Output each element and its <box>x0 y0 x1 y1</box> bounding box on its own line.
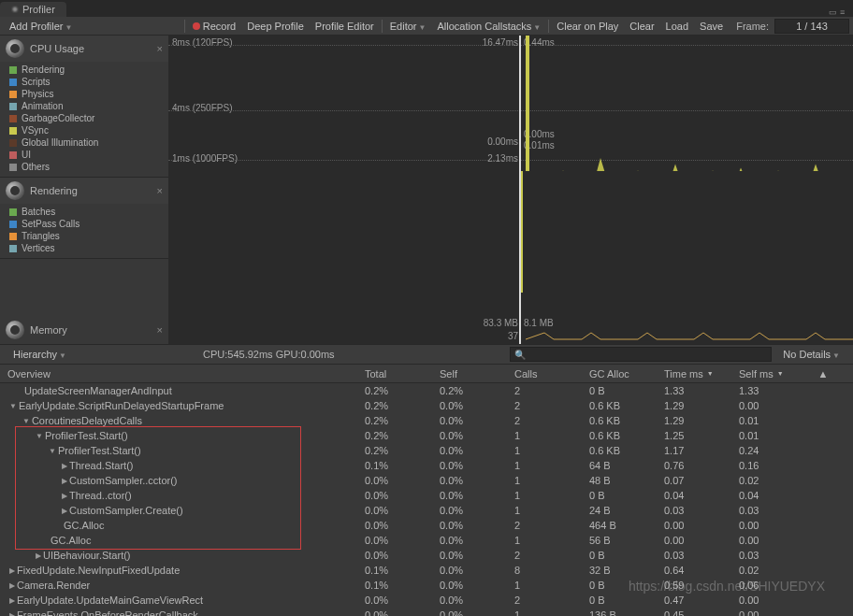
expand-icon[interactable]: ▶ <box>9 596 15 605</box>
tree-row[interactable]: ▼ CoroutinesDelayedCalls 0.2% 0.0% 2 0.6… <box>0 413 853 428</box>
row-time: 0.07 <box>664 475 739 486</box>
frame-input[interactable]: 1 / 143 <box>774 19 849 34</box>
legend-item[interactable]: Batches <box>9 206 165 218</box>
tree-body[interactable]: https://blog.csdn.net/SHIYUEDYX UpdateSc… <box>0 383 853 616</box>
expand-icon[interactable]: ▶ <box>62 507 67 515</box>
close-icon[interactable]: × <box>157 324 163 336</box>
tree-row[interactable]: GC.Alloc 0.0% 0.0% 1 56 B 0.00 0.00 <box>0 533 853 548</box>
legend-item[interactable]: Vertices <box>9 242 165 254</box>
tree-row[interactable]: ▶ FixedUpdate.NewInputFixedUpdate 0.1% 0… <box>0 563 853 578</box>
legend-item[interactable]: Others <box>9 161 165 173</box>
col-gc[interactable]: GC Alloc <box>589 368 664 380</box>
legend-item[interactable]: Rendering <box>9 64 165 76</box>
expand-icon[interactable]: ▶ <box>9 611 15 617</box>
hierarchy-dropdown[interactable]: Hierarchy▼ <box>7 347 72 362</box>
save-button[interactable]: Save <box>694 19 729 34</box>
record-button[interactable]: Record <box>187 19 241 34</box>
legend-item[interactable]: Animation <box>9 100 165 112</box>
window-menu-icon[interactable]: ≡ <box>840 7 849 17</box>
load-button[interactable]: Load <box>660 19 694 34</box>
row-selfms: 0.01 <box>739 415 814 426</box>
cpu-module-header[interactable]: CPU Usage × <box>0 36 168 62</box>
t3-label: 0.00ms <box>487 136 518 147</box>
col-calls[interactable]: Calls <box>514 368 589 380</box>
col-overview[interactable]: Overview <box>0 368 365 380</box>
legend-item[interactable]: VSync <box>9 124 165 136</box>
legend-item[interactable]: Scripts <box>9 76 165 88</box>
tree-row[interactable]: ▶ UIBehaviour.Start() 0.0% 0.0% 2 0 B 0.… <box>0 548 853 563</box>
no-details-dropdown[interactable]: No Details▼ <box>777 347 846 362</box>
expand-icon[interactable]: ▼ <box>49 447 56 455</box>
row-gc: 32 B <box>589 565 664 576</box>
row-selfms: 0.02 <box>739 475 814 486</box>
legend-item[interactable]: SetPass Calls <box>9 218 165 230</box>
cpu-title: CPU Usage <box>30 43 84 54</box>
row-selfms: 0.16 <box>739 460 814 471</box>
cpu-graph[interactable]: 8ms (120FPS) 4ms (250FPS) 1ms (1000FPS) … <box>168 36 853 316</box>
col-selfms[interactable]: Self ms▼ <box>739 368 814 380</box>
row-total: 0.2% <box>365 385 440 396</box>
clear-button[interactable]: Clear <box>624 19 659 34</box>
row-self: 0.0% <box>440 550 514 561</box>
expand-icon[interactable]: ▶ <box>9 581 15 590</box>
expand-icon[interactable]: ▼ <box>9 402 17 410</box>
row-total: 0.0% <box>365 609 440 616</box>
col-total[interactable]: Total <box>365 368 440 380</box>
allocation-callstacks-dropdown[interactable]: Allocation Callstacks▼ <box>431 19 546 34</box>
tree-row[interactable]: ▼ EarlyUpdate.ScriptRunDelayedStartupFra… <box>0 398 853 413</box>
profile-editor-button[interactable]: Profile Editor <box>310 19 380 34</box>
row-calls: 2 <box>514 385 589 396</box>
tree-row[interactable]: ▶ EarlyUpdate.UpdateMainGameViewRect 0.0… <box>0 593 853 608</box>
col-scroll-up[interactable]: ▲ <box>814 368 832 380</box>
tree-row[interactable]: ▶ CustomSampler..cctor() 0.0% 0.0% 1 48 … <box>0 473 853 488</box>
row-time: 0.03 <box>664 550 739 561</box>
close-icon[interactable]: × <box>157 43 163 54</box>
row-self: 0.2% <box>440 385 514 396</box>
row-total: 0.0% <box>365 490 440 501</box>
row-selfms: 0.00 <box>739 595 814 606</box>
legend-item[interactable]: Global Illumination <box>9 136 165 149</box>
tree-row[interactable]: ▶ Thread..ctor() 0.0% 0.0% 1 0 B 0.04 0.… <box>0 488 853 503</box>
legend-item[interactable]: GarbageCollector <box>9 112 165 124</box>
deep-profile-button[interactable]: Deep Profile <box>241 19 310 34</box>
row-gc: 0.6 KB <box>589 430 664 441</box>
col-time[interactable]: Time ms▼ <box>664 368 739 380</box>
legend-item[interactable]: UI <box>9 149 165 161</box>
dropdown-arrow-icon: ▼ <box>65 23 72 32</box>
row-gc: 464 B <box>589 520 664 531</box>
row-gc: 0 B <box>589 580 664 591</box>
expand-icon[interactable]: ▶ <box>62 462 67 470</box>
memory-graph[interactable]: 83.3 MB 37 8.1 MB <box>168 316 853 344</box>
tree-row[interactable]: GC.Alloc 0.0% 0.0% 2 464 B 0.00 0.00 <box>0 518 853 533</box>
row-name: GC.Alloc <box>51 535 91 546</box>
tree-row[interactable]: ▶ CustomSampler.Create() 0.0% 0.0% 1 24 … <box>0 503 853 518</box>
expand-icon[interactable]: ▶ <box>9 566 15 575</box>
expand-icon[interactable]: ▼ <box>22 417 30 425</box>
legend-item[interactable]: Physics <box>9 88 165 100</box>
add-profiler-button[interactable]: Add Profiler▼ <box>4 19 78 34</box>
window-minimize-icon[interactable]: ▭ <box>829 7 838 17</box>
record-dot-icon <box>193 22 200 30</box>
tree-row[interactable]: UpdateScreenManagerAndInput 0.2% 0.2% 2 … <box>0 383 853 398</box>
editor-dropdown[interactable]: Editor▼ <box>384 19 432 34</box>
row-time: 0.45 <box>664 609 739 616</box>
tree-row[interactable]: ▼ ProfilerTest.Start() 0.2% 0.0% 1 0.6 K… <box>0 428 853 443</box>
tree-row[interactable]: ▶ Thread.Start() 0.1% 0.0% 1 64 B 0.76 0… <box>0 458 853 473</box>
col-self[interactable]: Self <box>440 368 514 380</box>
expand-icon[interactable]: ▶ <box>36 552 41 560</box>
row-selfms: 0.03 <box>739 550 814 561</box>
expand-icon[interactable]: ▼ <box>36 432 43 440</box>
row-selfms: 0.00 <box>739 400 814 411</box>
row-name: UpdateScreenManagerAndInput <box>24 385 172 396</box>
tree-row[interactable]: ▶ FrameEvents.OnBeforeRenderCallback 0.0… <box>0 608 853 616</box>
close-icon[interactable]: × <box>157 185 163 196</box>
expand-icon[interactable]: ▶ <box>62 477 67 485</box>
search-input[interactable]: 🔍 <box>510 347 772 362</box>
clear-on-play-button[interactable]: Clear on Play <box>551 19 624 34</box>
rendering-module-header[interactable]: Rendering × <box>0 178 168 204</box>
tree-row[interactable]: ▼ ProfilerTest.Start() 0.2% 0.0% 1 0.6 K… <box>0 443 853 458</box>
expand-icon[interactable]: ▶ <box>62 492 67 500</box>
profiler-tab[interactable]: Profiler <box>0 2 66 17</box>
tree-row[interactable]: ▶ Camera.Render 0.1% 0.0% 1 0 B 0.59 0.0… <box>0 578 853 593</box>
legend-item[interactable]: Triangles <box>9 230 165 242</box>
